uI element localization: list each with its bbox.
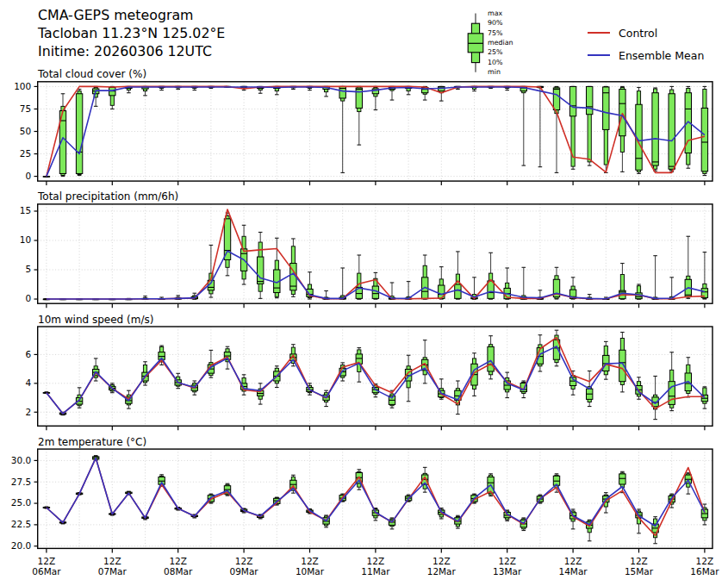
x-tick-date-label: 14Mar: [559, 566, 588, 577]
y-tick-label: 50: [20, 126, 31, 136]
x-tick-date-label: 08Mar: [164, 566, 193, 577]
x-tick-date-label: 07Mar: [98, 566, 128, 577]
meteogram-figure: 025507510005101524620.022.525.027.530.01…: [0, 0, 728, 586]
panel-title-precipitation: Total precipitation (mm/6h): [38, 190, 178, 203]
box-rect: [224, 219, 230, 260]
x-tick-date-label: 06Mar: [32, 566, 61, 577]
x-tick-hour-label: 12Z: [367, 556, 385, 566]
y-tick-label: 27.5: [11, 477, 31, 487]
y-tick-label: 5: [26, 264, 32, 274]
x-tick-hour-label: 12Z: [103, 556, 121, 566]
panel-title-temperature: 2m temperature (°C): [38, 436, 146, 448]
box-rect: [587, 86, 593, 114]
x-tick-date-label: 09Mar: [230, 566, 259, 577]
box-rect: [38, 449, 712, 548]
box-rect: [488, 281, 494, 298]
legend-ensemble-label: Ensemble Mean: [619, 49, 704, 62]
x-tick-date-label: 13Mar: [493, 566, 522, 577]
meteogram-chart: 025507510005101524620.022.525.027.530.01…: [0, 0, 728, 586]
legend-control-label: Control: [619, 27, 657, 40]
boxplot-legend-label-median: median: [488, 40, 513, 47]
x-tick-hour-label: 12Z: [38, 556, 56, 566]
y-tick-label: 25.0: [11, 497, 31, 508]
box-rect: [553, 88, 559, 110]
y-tick-label: 20.0: [11, 540, 31, 551]
boxplot-legend-label-10: 10%: [488, 59, 503, 66]
panel-title-cloud-cover: Total cloud cover (%): [38, 68, 146, 80]
figure-location: Tacloban 11.23°N 125.02°E: [38, 25, 225, 41]
y-tick-label: 15: [20, 205, 31, 215]
box-rect: [652, 93, 658, 165]
y-tick-label: 6: [26, 349, 32, 359]
figure-inittime: Initime: 20260306 12UTC: [38, 43, 212, 59]
y-tick-label: 25: [20, 148, 31, 159]
panel-title-wind-speed: 10m wind speed (m/s): [38, 314, 153, 326]
box-rect: [488, 346, 494, 371]
y-tick-label: 0: [26, 293, 32, 303]
y-tick-label: 0: [26, 171, 32, 181]
ensemble-mean-line-swatch-icon: [588, 54, 610, 56]
box-rect: [619, 474, 625, 484]
x-tick-hour-label: 12Z: [630, 556, 648, 566]
box-rect: [356, 88, 362, 108]
y-tick-label: 2: [26, 407, 32, 417]
y-tick-label: 30.0: [11, 455, 31, 465]
y-tick-label: 75: [20, 103, 31, 114]
boxplot-legend-glyph-icon: [463, 7, 487, 79]
box-rect: [76, 94, 82, 174]
boxplot-legend-label-90: 90%: [488, 20, 503, 27]
box-rect: [258, 257, 264, 284]
figure-title: CMA-GEPS meteogram: [38, 7, 193, 23]
x-tick-hour-label: 12Z: [235, 556, 253, 566]
box-rect: [619, 90, 625, 136]
y-tick-label: 100: [14, 81, 31, 91]
boxplot-legend-label-75: 75%: [488, 30, 503, 37]
boxplot-legend: max90%75%median25%10%min: [463, 7, 575, 79]
x-tick-date-label: 10Mar: [296, 566, 325, 577]
boxplot-legend-label-25: 25%: [488, 49, 503, 56]
x-tick-hour-label: 12Z: [696, 556, 714, 566]
box-rect: [38, 327, 712, 426]
box-rect: [701, 108, 707, 171]
box-rect: [669, 94, 675, 169]
y-tick-label: 4: [26, 377, 32, 388]
boxplot-legend-label-min: min: [488, 69, 501, 76]
x-tick-hour-label: 12Z: [432, 556, 451, 566]
box-rect: [455, 284, 461, 298]
x-tick-date-label: 16Mar: [690, 566, 719, 577]
y-tick-label: 22.5: [11, 519, 31, 529]
x-tick-date-label: 12Mar: [427, 566, 457, 577]
x-tick-hour-label: 12Z: [301, 556, 319, 566]
x-tick-date-label: 11Mar: [361, 566, 390, 577]
boxplot-legend-label-max: max: [488, 10, 502, 17]
box-rect: [603, 87, 609, 129]
y-tick-label: 10: [20, 234, 31, 245]
x-tick-hour-label: 12Z: [498, 556, 516, 566]
x-tick-hour-label: 12Z: [564, 556, 582, 566]
control-line-swatch-icon: [588, 32, 610, 34]
x-tick-hour-label: 12Z: [169, 556, 187, 566]
box-rect: [569, 86, 576, 115]
x-tick-date-label: 15Mar: [625, 566, 654, 577]
